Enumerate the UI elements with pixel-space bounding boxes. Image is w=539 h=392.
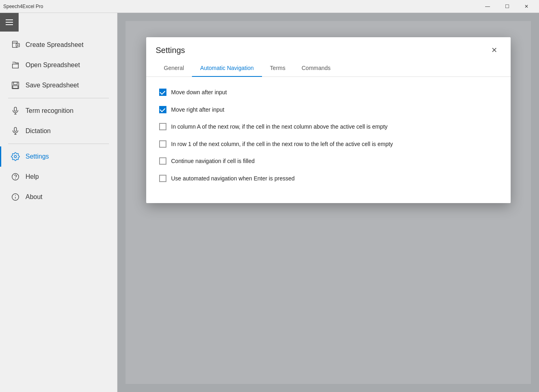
new-spreadsheet-icon: [11, 40, 20, 49]
restore-button[interactable]: ☐: [498, 0, 516, 13]
svg-rect-9: [13, 86, 18, 88]
sidebar-item-create-spreadsheet[interactable]: Create Spreadsheet: [0, 35, 117, 55]
help-icon: [11, 172, 20, 181]
checkbox-label-row-1[interactable]: In row 1 of the next column, if the cell…: [171, 140, 393, 148]
tab-commands[interactable]: Commands: [294, 60, 339, 77]
svg-rect-13: [14, 127, 17, 131]
svg-point-17: [12, 174, 19, 180]
sidebar-item-label: Save Spreadsheet: [26, 82, 79, 89]
checkbox-move-right[interactable]: [159, 106, 166, 113]
modal-close-button[interactable]: ✕: [488, 44, 501, 57]
sidebar-item-label: Open Spreadsheet: [26, 61, 80, 69]
checkbox-item-move-down: Move down after input: [159, 88, 498, 97]
app-layout: Create Spreadsheet Open Spreadsheet: [0, 13, 539, 392]
close-button[interactable]: ✕: [517, 0, 536, 13]
sidebar-divider-2: [8, 144, 109, 144]
settings-icon: [11, 152, 20, 161]
checkbox-label-continue-nav[interactable]: Continue navigation if cell is filled: [171, 157, 255, 165]
checkbox-label-enter-nav[interactable]: Use automated navigation when Enter is p…: [171, 174, 295, 183]
tab-automatic-navigation[interactable]: Automatic Navigation: [192, 60, 262, 77]
settings-modal: Settings ✕ General Automatic Navigation …: [146, 37, 511, 203]
checkbox-item-continue-nav: Continue navigation if cell is filled: [159, 157, 498, 165]
sidebar-item-open-spreadsheet[interactable]: Open Spreadsheet: [0, 55, 117, 75]
tab-terms[interactable]: Terms: [262, 60, 294, 77]
checkbox-column-a[interactable]: [159, 123, 166, 130]
checkbox-label-move-right[interactable]: Move right after input: [171, 106, 225, 114]
open-spreadsheet-icon: [11, 61, 20, 70]
checkbox-item-row-1: In row 1 of the next column, if the cell…: [159, 140, 498, 148]
microphone-icon: [11, 106, 20, 115]
checkbox-label-column-a[interactable]: In column A of the next row, if the cell…: [171, 123, 388, 131]
hamburger-button[interactable]: [0, 13, 19, 32]
info-icon: [11, 193, 20, 201]
tab-general[interactable]: General: [156, 60, 192, 77]
svg-point-16: [14, 155, 17, 158]
sidebar-item-term-recognition[interactable]: Term recognition: [0, 101, 117, 121]
modal-body: Move down after input Move right after i…: [146, 77, 511, 203]
modal-overlay: Settings ✕ General Automatic Navigation …: [117, 13, 539, 392]
checkbox-enter-nav[interactable]: [159, 175, 166, 182]
sidebar-item-help[interactable]: Help: [0, 167, 117, 187]
modal-title: Settings: [156, 46, 185, 55]
checkbox-continue-nav[interactable]: [159, 157, 166, 165]
dictation-icon: [11, 127, 20, 136]
sidebar-nav: Create Spreadsheet Open Spreadsheet: [0, 32, 117, 210]
sidebar-item-save-spreadsheet[interactable]: Save Spreadsheet: [0, 75, 117, 95]
checkbox-item-enter-nav: Use automated navigation when Enter is p…: [159, 174, 498, 183]
checkbox-row-1[interactable]: [159, 140, 166, 148]
main-content: Settings ✕ General Automatic Navigation …: [117, 13, 539, 392]
sidebar: Create Spreadsheet Open Spreadsheet: [0, 13, 117, 392]
checkbox-move-down[interactable]: [159, 89, 166, 96]
sidebar-divider-1: [8, 98, 109, 98]
checkbox-item-move-right: Move right after input: [159, 106, 498, 114]
sidebar-item-label: Create Spreadsheet: [26, 41, 83, 49]
sidebar-item-dictation[interactable]: Dictation: [0, 121, 117, 141]
sidebar-item-label: Term recognition: [26, 107, 73, 114]
sidebar-item-settings[interactable]: Settings: [0, 146, 117, 167]
svg-rect-8: [13, 82, 17, 85]
sidebar-item-label: Settings: [26, 153, 49, 160]
modal-tabs: General Automatic Navigation Terms Comma…: [146, 60, 511, 77]
svg-rect-10: [14, 107, 17, 111]
checkbox-label-move-down[interactable]: Move down after input: [171, 88, 227, 97]
app-title: Speech4Excel Pro: [3, 4, 43, 9]
title-bar: Speech4Excel Pro — ☐ ✕: [0, 0, 539, 13]
save-spreadsheet-icon: [11, 81, 20, 90]
sidebar-item-label: Help: [26, 173, 39, 180]
modal-header: Settings ✕: [146, 37, 511, 57]
sidebar-item-about[interactable]: About: [0, 187, 117, 207]
sidebar-item-label: Dictation: [26, 127, 51, 135]
sidebar-item-label: About: [26, 193, 43, 201]
checkbox-item-column-a: In column A of the next row, if the cell…: [159, 123, 498, 131]
title-bar-controls: — ☐ ✕: [478, 0, 536, 13]
hamburger-icon: [6, 19, 13, 25]
minimize-button[interactable]: —: [478, 0, 497, 13]
